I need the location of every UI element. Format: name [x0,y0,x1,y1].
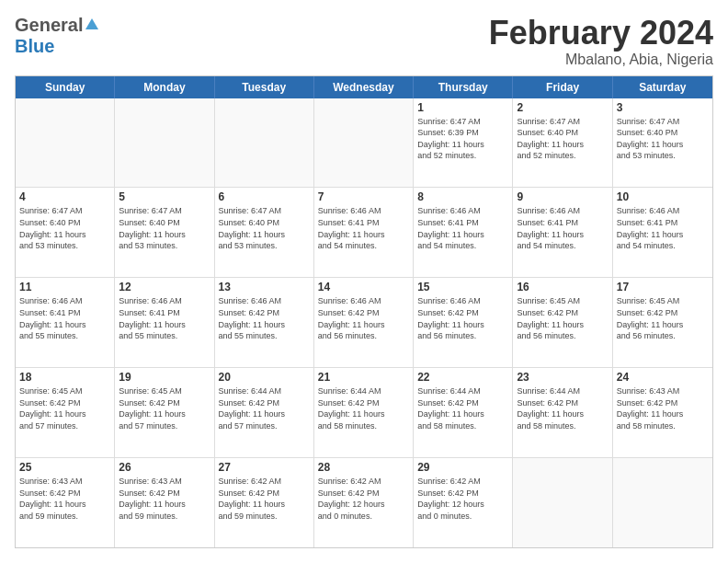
day-number: 27 [219,461,310,474]
day-info: Sunrise: 6:47 AM Sunset: 6:40 PM Dayligh… [219,205,310,251]
calendar-week-1: 1Sunrise: 6:47 AM Sunset: 6:39 PM Daylig… [16,98,712,189]
calendar-body: 1Sunrise: 6:47 AM Sunset: 6:39 PM Daylig… [16,98,712,547]
calendar-day-16: 16Sunrise: 6:45 AM Sunset: 6:42 PM Dayli… [513,278,612,367]
calendar-weekday-header: SundayMondayTuesdayWednesdayThursdayFrid… [16,76,712,98]
calendar-day-17: 17Sunrise: 6:45 AM Sunset: 6:42 PM Dayli… [613,278,712,367]
calendar-day-2: 2Sunrise: 6:47 AM Sunset: 6:40 PM Daylig… [513,98,612,188]
calendar-day-24: 24Sunrise: 6:43 AM Sunset: 6:42 PM Dayli… [613,368,712,457]
calendar-day-15: 15Sunrise: 6:46 AM Sunset: 6:42 PM Dayli… [414,278,513,367]
day-number: 15 [417,281,508,293]
day-number: 4 [19,190,110,203]
day-info: Sunrise: 6:47 AM Sunset: 6:40 PM Dayligh… [517,116,608,162]
calendar-day-5: 5Sunrise: 6:47 AM Sunset: 6:40 PM Daylig… [115,188,214,277]
calendar-day-23: 23Sunrise: 6:44 AM Sunset: 6:42 PM Dayli… [513,368,612,457]
day-number: 28 [318,461,409,474]
calendar-day-1: 1Sunrise: 6:47 AM Sunset: 6:39 PM Daylig… [414,98,513,188]
day-info: Sunrise: 6:47 AM Sunset: 6:40 PM Dayligh… [617,116,709,162]
day-info: Sunrise: 6:46 AM Sunset: 6:42 PM Dayligh… [417,295,508,341]
day-info: Sunrise: 6:44 AM Sunset: 6:42 PM Dayligh… [318,385,409,431]
calendar-day-11: 11Sunrise: 6:46 AM Sunset: 6:41 PM Dayli… [16,278,115,367]
calendar: SundayMondayTuesdayWednesdayThursdayFrid… [15,75,713,548]
calendar-day-27: 27Sunrise: 6:42 AM Sunset: 6:42 PM Dayli… [215,458,314,547]
day-number: 25 [19,461,110,474]
title-section: February 2024 Mbalano, Abia, Nigeria [489,15,713,68]
calendar-empty-cell [115,98,214,188]
day-info: Sunrise: 6:46 AM Sunset: 6:42 PM Dayligh… [219,295,310,341]
day-info: Sunrise: 6:46 AM Sunset: 6:41 PM Dayligh… [119,295,210,341]
day-number: 22 [417,371,508,384]
day-info: Sunrise: 6:42 AM Sunset: 6:42 PM Dayligh… [417,476,508,522]
logo-general: General [15,15,83,36]
calendar-day-4: 4Sunrise: 6:47 AM Sunset: 6:40 PM Daylig… [16,188,115,277]
day-info: Sunrise: 6:43 AM Sunset: 6:42 PM Dayligh… [617,385,709,431]
weekday-header-wednesday: Wednesday [314,76,414,98]
day-info: Sunrise: 6:45 AM Sunset: 6:42 PM Dayligh… [517,295,608,341]
day-number: 1 [417,101,508,114]
day-info: Sunrise: 6:42 AM Sunset: 6:42 PM Dayligh… [219,476,310,522]
calendar-subtitle: Mbalano, Abia, Nigeria [489,52,713,68]
day-info: Sunrise: 6:44 AM Sunset: 6:42 PM Dayligh… [219,385,310,431]
day-info: Sunrise: 6:47 AM Sunset: 6:40 PM Dayligh… [119,205,210,251]
day-number: 10 [617,190,709,203]
day-number: 29 [417,461,508,474]
day-number: 23 [517,371,608,384]
calendar-day-20: 20Sunrise: 6:44 AM Sunset: 6:42 PM Dayli… [215,368,314,457]
calendar-empty-cell [613,458,712,547]
calendar-empty-cell [314,98,414,188]
calendar-empty-cell [16,98,115,188]
day-info: Sunrise: 6:45 AM Sunset: 6:42 PM Dayligh… [617,295,709,341]
day-number: 6 [219,190,310,203]
calendar-day-10: 10Sunrise: 6:46 AM Sunset: 6:41 PM Dayli… [613,188,712,277]
day-info: Sunrise: 6:47 AM Sunset: 6:39 PM Dayligh… [417,116,508,162]
calendar-day-21: 21Sunrise: 6:44 AM Sunset: 6:42 PM Dayli… [314,368,414,457]
calendar-day-18: 18Sunrise: 6:45 AM Sunset: 6:42 PM Dayli… [16,368,115,457]
day-info: Sunrise: 6:46 AM Sunset: 6:42 PM Dayligh… [318,295,409,341]
day-info: Sunrise: 6:46 AM Sunset: 6:41 PM Dayligh… [19,295,110,341]
day-number: 3 [617,101,709,114]
calendar-day-29: 29Sunrise: 6:42 AM Sunset: 6:42 PM Dayli… [414,458,513,547]
calendar-week-4: 18Sunrise: 6:45 AM Sunset: 6:42 PM Dayli… [16,368,712,458]
calendar-day-8: 8Sunrise: 6:46 AM Sunset: 6:41 PM Daylig… [414,188,513,277]
day-number: 5 [119,190,210,203]
day-info: Sunrise: 6:46 AM Sunset: 6:41 PM Dayligh… [617,205,709,251]
calendar-week-2: 4Sunrise: 6:47 AM Sunset: 6:40 PM Daylig… [16,188,712,278]
day-info: Sunrise: 6:47 AM Sunset: 6:40 PM Dayligh… [19,205,110,251]
day-info: Sunrise: 6:43 AM Sunset: 6:42 PM Dayligh… [19,476,110,522]
day-number: 11 [19,281,110,293]
day-number: 7 [318,190,409,203]
day-number: 17 [617,281,709,293]
weekday-header-saturday: Saturday [613,76,712,98]
day-number: 20 [219,371,310,384]
day-number: 21 [318,371,409,384]
day-info: Sunrise: 6:46 AM Sunset: 6:41 PM Dayligh… [517,205,608,251]
calendar-title: February 2024 [489,15,713,52]
day-info: Sunrise: 6:46 AM Sunset: 6:41 PM Dayligh… [417,205,508,251]
day-info: Sunrise: 6:45 AM Sunset: 6:42 PM Dayligh… [119,385,210,431]
day-number: 16 [517,281,608,293]
day-info: Sunrise: 6:45 AM Sunset: 6:42 PM Dayligh… [19,385,110,431]
calendar-day-25: 25Sunrise: 6:43 AM Sunset: 6:42 PM Dayli… [16,458,115,547]
calendar-day-22: 22Sunrise: 6:44 AM Sunset: 6:42 PM Dayli… [414,368,513,457]
calendar-day-13: 13Sunrise: 6:46 AM Sunset: 6:42 PM Dayli… [215,278,314,367]
calendar-day-19: 19Sunrise: 6:45 AM Sunset: 6:42 PM Dayli… [115,368,214,457]
day-number: 2 [517,101,608,114]
day-info: Sunrise: 6:44 AM Sunset: 6:42 PM Dayligh… [417,385,508,431]
day-number: 8 [417,190,508,203]
calendar-empty-cell [513,458,612,547]
weekday-header-tuesday: Tuesday [215,76,314,98]
day-number: 14 [318,281,409,293]
calendar-day-7: 7Sunrise: 6:46 AM Sunset: 6:41 PM Daylig… [314,188,414,277]
page-header: General Blue February 2024 Mbalano, Abia… [15,15,713,68]
day-number: 9 [517,190,608,203]
calendar-day-12: 12Sunrise: 6:46 AM Sunset: 6:41 PM Dayli… [115,278,214,367]
day-number: 12 [119,281,210,293]
weekday-header-friday: Friday [513,76,612,98]
day-number: 13 [219,281,310,293]
day-info: Sunrise: 6:43 AM Sunset: 6:42 PM Dayligh… [119,476,210,522]
day-number: 24 [617,371,709,384]
calendar-day-14: 14Sunrise: 6:46 AM Sunset: 6:42 PM Dayli… [314,278,414,367]
day-info: Sunrise: 6:42 AM Sunset: 6:42 PM Dayligh… [318,476,409,522]
weekday-header-sunday: Sunday [16,76,115,98]
day-info: Sunrise: 6:46 AM Sunset: 6:41 PM Dayligh… [318,205,409,251]
day-number: 26 [119,461,210,474]
